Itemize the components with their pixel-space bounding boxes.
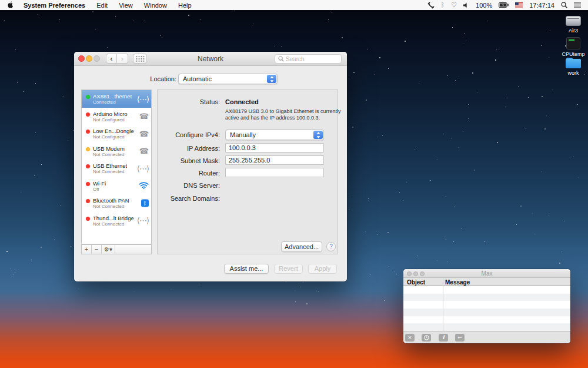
- back-icon[interactable]: ←: [455, 334, 465, 342]
- interface-status: Not Connected: [93, 169, 127, 174]
- desktop-icon-label: work: [558, 70, 588, 76]
- apply-button: Apply: [308, 264, 337, 274]
- router-field[interactable]: [225, 168, 324, 177]
- column-divider[interactable]: [443, 278, 443, 331]
- add-interface-button[interactable]: +: [82, 245, 92, 254]
- ethernet-icon: ⟨⋯⟩: [137, 164, 149, 173]
- console-row[interactable]: [403, 309, 570, 316]
- volume-icon[interactable]: [463, 2, 469, 8]
- menu-bar: System Preferences EditViewWindowHelp ᛒ♡…: [0, 0, 588, 10]
- status-description: AX88179 USB 3.0 to Gigabit Ethernet is c…: [225, 108, 346, 121]
- search-icon[interactable]: [561, 2, 567, 8]
- interface-status: Connected: [93, 100, 132, 105]
- help-button[interactable]: ?: [326, 242, 336, 251]
- toolbar-search-input[interactable]: Search: [275, 54, 342, 64]
- location-dropdown[interactable]: Automatic: [178, 74, 278, 84]
- console-row[interactable]: [403, 316, 570, 324]
- bluetooth-icon[interactable]: ᛒ: [441, 2, 445, 8]
- sidebar-item-usb-modem[interactable]: USB ModemNot Connected☎: [82, 142, 151, 160]
- menu-bar-left: System Preferences EditViewWindowHelp: [7, 1, 203, 9]
- interface-name: Arduino Micro: [93, 111, 128, 117]
- console-row[interactable]: [403, 323, 570, 331]
- menu-bar-status-tray: ᛒ♡100%17:47:14: [427, 2, 581, 9]
- subnet-mask-field[interactable]: 255.255.255.0: [225, 155, 324, 165]
- advanced-button[interactable]: Advanced...: [281, 241, 322, 252]
- bluetooth-icon: ᛒ: [141, 199, 149, 207]
- ip-address-field[interactable]: 100.0.0.3: [225, 143, 324, 152]
- network-titlebar[interactable]: ‹ › Network Search: [74, 52, 347, 66]
- sidebar-item-thund-lt-bridge[interactable]: Thund...lt BridgeNot Connected⟨⋯⟩: [82, 212, 151, 230]
- remove-interface-button[interactable]: −: [92, 245, 102, 254]
- interface-status: Not Configured: [93, 117, 128, 122]
- clock-icon[interactable]: [422, 334, 431, 342]
- interface-list-footer: +−⚙▾: [81, 244, 152, 254]
- interface-name: Low En...Dongle: [93, 128, 134, 134]
- sidebar-item-low-en-dongle[interactable]: Low En...DongleNot Configured☎: [82, 125, 151, 142]
- desktop-icon-work[interactable]: work: [558, 55, 588, 76]
- phone-icon[interactable]: [427, 2, 435, 9]
- sidebar-item-bluetooth-pan[interactable]: Bluetooth PANNot Connectedᛒ: [82, 194, 151, 212]
- dropdown-value: Manually: [230, 131, 256, 138]
- console-row[interactable]: [403, 294, 570, 301]
- status-dot-red: [86, 182, 90, 186]
- menu-item-window[interactable]: Window: [144, 2, 167, 9]
- interface-status: Not Connected: [93, 204, 129, 209]
- phone-icon: ☎: [139, 112, 149, 121]
- max-titlebar[interactable]: Max: [403, 269, 570, 278]
- location-value: Automatic: [183, 75, 212, 82]
- sidebar-item-ax881-thernet[interactable]: AX881...thernetConnected⟨⋯⟩: [82, 90, 151, 108]
- info-icon[interactable]: i: [439, 334, 448, 342]
- clear-icon[interactable]: ×: [405, 334, 415, 342]
- assist-me-button[interactable]: Assist me...: [224, 264, 269, 274]
- interface-name: USB Modem: [93, 145, 125, 152]
- search-placeholder: Search: [286, 56, 305, 62]
- search-domains-label: Search Domains:: [171, 195, 220, 202]
- hard-drive-icon: [566, 16, 581, 26]
- status-dot-red: [86, 130, 90, 134]
- desktop-icon-air3[interactable]: Air3: [558, 13, 588, 34]
- notification-list-icon[interactable]: [574, 2, 581, 8]
- sidebar-item-usb-ethernet[interactable]: USB EthernetNot Connected⟨⋯⟩: [82, 160, 151, 177]
- status-dot-red: [86, 164, 90, 168]
- apple-menu-icon[interactable]: [7, 1, 14, 9]
- app-menu-title[interactable]: System Preferences: [24, 2, 85, 9]
- menu-item-help[interactable]: Help: [178, 2, 192, 9]
- max-window: Max Object Message ×i←: [403, 269, 570, 343]
- search-icon: [278, 56, 284, 62]
- max-column-header: Object Message: [403, 278, 570, 286]
- sidebar-item-arduino-micro[interactable]: Arduino MicroNot Configured☎: [82, 108, 151, 125]
- location-label: Location:: [150, 75, 176, 82]
- menu-clock: 17:47:14: [529, 2, 554, 9]
- configure-ipv4-dropdown[interactable]: Manually: [225, 130, 324, 140]
- max-console-list[interactable]: [403, 286, 570, 331]
- console-row[interactable]: [403, 286, 570, 294]
- desktop-icon-label: Air3: [558, 28, 588, 34]
- detail-panel: Status: Connected AX88179 USB 3.0 to Gig…: [157, 89, 338, 254]
- status-dot-yellow: [86, 147, 90, 151]
- status-dot-red: [86, 217, 90, 221]
- revert-button: Revert: [274, 264, 303, 274]
- menu-items: EditViewWindowHelp: [96, 2, 202, 9]
- wifi-icon: [139, 182, 149, 190]
- ip-address-label: IP Address:: [187, 145, 220, 152]
- menu-item-view[interactable]: View: [119, 2, 133, 9]
- menu-battery-pct: 100%: [476, 2, 492, 9]
- interface-status: Off: [93, 187, 106, 192]
- status-dot-red: [86, 199, 90, 203]
- desktop: System Preferences EditViewWindowHelp ᛒ♡…: [0, 0, 588, 368]
- heart-icon[interactable]: ♡: [451, 2, 457, 8]
- network-window: ‹ › Network Search Location: Automatic A…: [74, 52, 347, 281]
- desktop-icon-cputemp[interactable]: CPUtemp: [558, 37, 588, 57]
- battery-charging-icon[interactable]: [499, 2, 509, 8]
- interface-status: Not Connected: [93, 221, 134, 227]
- sidebar-item-wi-fi[interactable]: Wi-FiOff: [82, 177, 151, 195]
- interface-name: Thund...lt Bridge: [93, 215, 134, 221]
- column-object[interactable]: Object: [407, 279, 425, 286]
- us-flag-icon[interactable]: [515, 2, 523, 8]
- column-message[interactable]: Message: [445, 279, 470, 286]
- actions-gear-button[interactable]: ⚙▾: [102, 245, 115, 254]
- router-label: Router:: [199, 170, 220, 177]
- console-row[interactable]: [403, 301, 570, 309]
- menu-item-edit[interactable]: Edit: [96, 2, 108, 9]
- interface-name: AX881...thernet: [93, 93, 132, 100]
